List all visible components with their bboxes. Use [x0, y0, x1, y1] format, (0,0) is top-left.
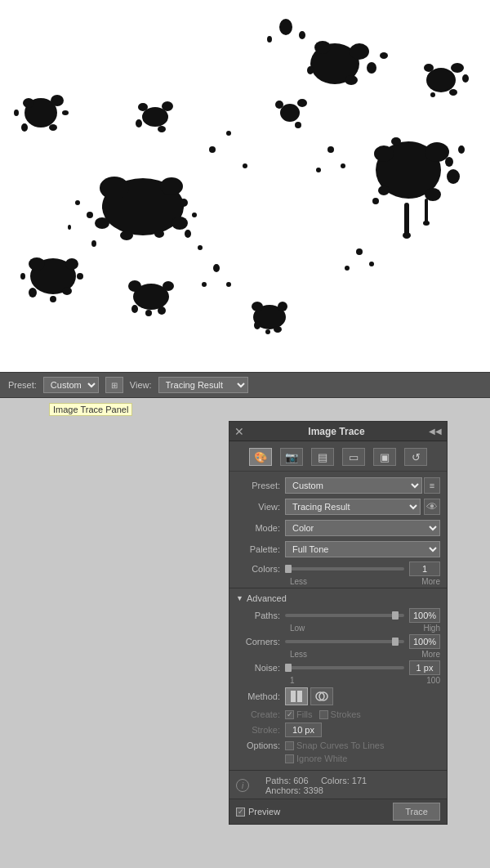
icon-auto-color[interactable]: 🎨 — [249, 448, 272, 466]
svg-point-30 — [275, 101, 283, 109]
corners-slider-track[interactable] — [285, 640, 404, 643]
paths-slider-thumb[interactable] — [392, 611, 399, 620]
divider2 — [229, 770, 447, 771]
colors-more-label: More — [421, 577, 440, 586]
svg-point-40 — [458, 145, 465, 154]
view-field-label: View: — [236, 502, 285, 512]
colors-hints: Less More — [229, 577, 447, 586]
mode-field-label: Mode: — [236, 523, 285, 533]
svg-point-71 — [128, 280, 141, 292]
panel-icon-btn[interactable]: ⊞ — [105, 377, 123, 393]
svg-point-54 — [180, 199, 188, 207]
advanced-header[interactable]: ▼ Advanced — [229, 590, 447, 606]
svg-point-91 — [213, 264, 220, 272]
fills-checkbox-item: ✓ Fills — [285, 709, 313, 719]
corners-less-label: Less — [290, 650, 307, 659]
fills-checkbox[interactable]: ✓ — [285, 710, 294, 719]
panel-collapse-btn[interactable]: ◀◀ — [429, 427, 442, 436]
view-eye-icon[interactable]: 👁 — [424, 499, 440, 515]
snap-curves-checkbox-item: Snap Curves To Lines — [285, 740, 384, 750]
svg-point-73 — [158, 306, 166, 315]
view-field-select[interactable]: Tracing Result — [285, 499, 421, 515]
preset-menu-icon[interactable]: ≡ — [424, 477, 440, 494]
preset-select[interactable]: Custom — [43, 377, 99, 393]
create-row: Create: ✓ Fills Strokes — [229, 708, 447, 721]
svg-point-13 — [449, 89, 457, 96]
noise-hints: 1 100 — [229, 676, 447, 685]
preview-label: Preview — [248, 807, 280, 817]
mode-field-select[interactable]: Color — [285, 520, 440, 536]
strokes-label: Strokes — [331, 709, 361, 719]
paths-slider-value[interactable]: 100% — [409, 608, 440, 623]
method-label: Method: — [236, 691, 285, 701]
svg-point-78 — [278, 302, 287, 311]
svg-point-27 — [136, 119, 142, 128]
panel-close-btn[interactable]: ✕ — [234, 426, 244, 437]
paths-high-label: High — [423, 624, 440, 633]
svg-point-17 — [51, 95, 64, 106]
ignore-white-checkbox-item: Ignore White — [285, 754, 347, 763]
svg-point-20 — [21, 123, 28, 132]
svg-point-36 — [447, 169, 460, 184]
palette-row: Palette: Full Tone — [229, 539, 447, 560]
trace-button[interactable]: Trace — [393, 803, 440, 821]
svg-point-84 — [226, 131, 231, 136]
create-label: Create: — [236, 709, 285, 719]
svg-rect-42 — [404, 203, 409, 235]
stroke-input[interactable]: 10 px — [285, 723, 322, 737]
view-row: View: Tracing Result 👁 — [229, 496, 447, 517]
paths-slider-row: Paths: 100% — [229, 606, 447, 624]
method-abutting-btn[interactable] — [285, 687, 308, 705]
strokes-checkbox-item: Strokes — [319, 709, 361, 719]
options-label: Options: — [236, 740, 285, 750]
colors-slider-track[interactable] — [285, 567, 404, 570]
svg-point-4 — [350, 43, 369, 60]
preview-checkbox[interactable]: ✓ — [236, 808, 245, 817]
svg-point-24 — [162, 101, 173, 111]
svg-point-5 — [314, 41, 331, 54]
paths-low-label: Low — [290, 624, 305, 633]
svg-point-79 — [274, 326, 282, 333]
svg-point-37 — [378, 186, 390, 195]
colors-slider-value[interactable]: 1 — [409, 562, 440, 576]
snap-curves-label: Snap Curves To Lines — [296, 740, 384, 750]
svg-point-7 — [367, 62, 376, 74]
view-select[interactable]: Tracing Result — [158, 377, 248, 393]
stats-row: i Paths: 606 Colors: 171 Anchors: 3398 — [229, 772, 447, 799]
icon-grayscale[interactable]: ▭ — [342, 448, 365, 466]
noise-slider-value[interactable]: 1 px — [409, 660, 440, 675]
svg-point-87 — [341, 163, 345, 168]
method-overlapping-btn[interactable] — [310, 687, 333, 705]
canvas-area — [0, 0, 490, 372]
icon-outline[interactable]: ↺ — [404, 448, 427, 466]
svg-point-59 — [91, 240, 96, 247]
corners-slider-value[interactable]: 100% — [409, 634, 440, 649]
svg-point-41 — [372, 198, 379, 204]
icon-grid[interactable]: ▤ — [311, 448, 334, 466]
noise-slider-track[interactable] — [285, 666, 404, 669]
icon-photo[interactable]: 📷 — [280, 448, 303, 466]
svg-point-68 — [77, 273, 83, 280]
svg-rect-95 — [297, 691, 302, 702]
snap-curves-checkbox[interactable] — [285, 741, 294, 750]
ignore-white-label: Ignore White — [296, 754, 347, 763]
paths-slider-track[interactable] — [285, 614, 404, 617]
svg-point-83 — [243, 163, 247, 168]
preset-field-select[interactable]: Custom — [285, 477, 422, 494]
corners-more-label: More — [421, 650, 440, 659]
image-trace-tooltip: Image Trace Panel — [49, 403, 132, 416]
svg-point-64 — [65, 258, 78, 270]
strokes-checkbox[interactable] — [319, 710, 328, 719]
paths-stat-value: 606 — [293, 776, 308, 785]
icon-bw[interactable]: ▣ — [373, 448, 396, 466]
svg-point-15 — [430, 92, 435, 97]
svg-point-48 — [160, 177, 183, 195]
corners-slider-thumb[interactable] — [392, 638, 399, 646]
ignore-white-checkbox[interactable] — [285, 754, 294, 763]
svg-point-69 — [20, 273, 25, 280]
noise-slider-thumb[interactable] — [285, 664, 292, 672]
info-icon[interactable]: i — [236, 779, 249, 792]
colors-stat-value: 171 — [352, 776, 367, 785]
colors-slider-thumb[interactable] — [285, 565, 292, 573]
palette-field-select[interactable]: Full Tone — [285, 541, 440, 557]
